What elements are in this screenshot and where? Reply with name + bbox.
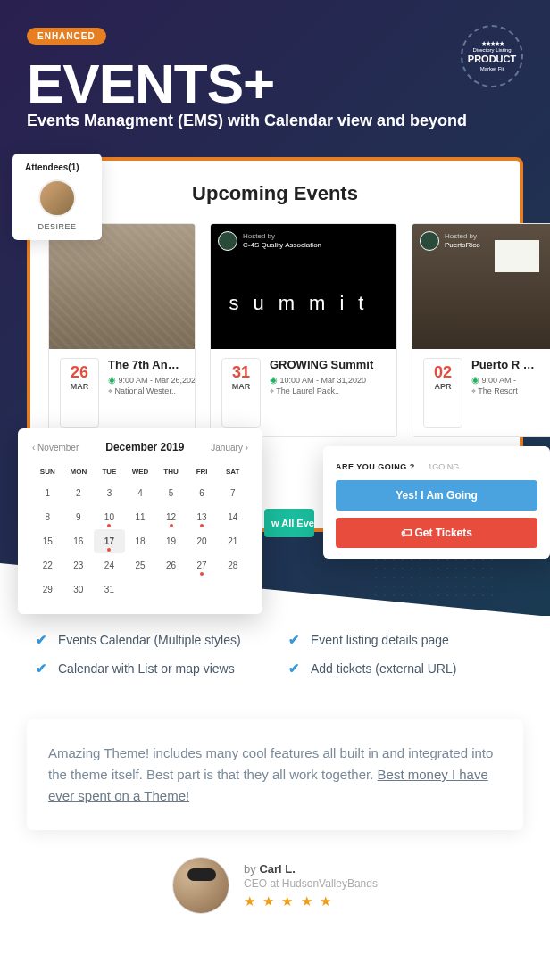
calendar-day[interactable]: 23: [63, 553, 95, 577]
check-icon: ✔: [36, 632, 47, 648]
calendar-prev-button[interactable]: ‹ November: [32, 443, 79, 453]
calendar-day[interactable]: 25: [125, 553, 156, 577]
event-card[interactable]: Hosted bypany 26 MAR The 7th Annual... ◉…: [48, 223, 196, 437]
author-name: Carl L.: [259, 862, 295, 876]
event-time: ◉ 9:00 AM -: [471, 375, 543, 385]
calendar-day[interactable]: 26: [155, 553, 187, 577]
author-role: CEO at HudsonValleyBands: [244, 877, 378, 890]
testimonial-author: by Carl L. CEO at HudsonValleyBands ★ ★ …: [0, 857, 550, 914]
calendar-widget: ‹ November December 2019 January › SUNMO…: [18, 428, 262, 614]
calendar-next-button[interactable]: January ›: [211, 443, 248, 453]
calendar-day[interactable]: 11: [125, 505, 156, 529]
calendar-day[interactable]: 7: [217, 481, 248, 505]
calendar-day[interactable]: 20: [187, 529, 218, 553]
calendar-day[interactable]: 29: [32, 577, 63, 602]
calendar-day[interactable]: 1: [32, 481, 63, 505]
feature-item: ✔Events Calendar (Multiple styles): [36, 632, 262, 648]
event-location: ⌖ The Resort: [471, 386, 543, 396]
clock-icon: ◉: [108, 375, 116, 385]
calendar-day[interactable]: 28: [217, 553, 248, 577]
host-bar: Hosted byC-4S Quality Association: [211, 224, 396, 258]
event-title: Puerto R MedCan: [471, 358, 543, 371]
going-button[interactable]: Yes! I Am Going: [336, 480, 538, 511]
attendees-title: Attendees(1): [25, 162, 89, 172]
calendar-month: December 2019: [105, 441, 184, 453]
calendar-dow: TUE: [94, 462, 125, 481]
star-rating: ★ ★ ★ ★ ★: [244, 893, 378, 909]
calendar-day[interactable]: 10: [94, 505, 125, 529]
calendar-day[interactable]: 12: [155, 505, 187, 529]
event-image: Hosted byC-4S Quality Association summit: [211, 224, 396, 349]
attendee-name: DESIREE: [25, 222, 89, 231]
author-avatar: [172, 857, 229, 914]
ticket-icon: 🏷: [401, 527, 414, 539]
calendar-day[interactable]: 8: [32, 505, 63, 529]
calendar-day[interactable]: 4: [125, 481, 156, 505]
clock-icon: ◉: [270, 375, 278, 385]
check-icon: ✔: [288, 660, 300, 677]
calendar-day[interactable]: 9: [63, 505, 95, 529]
calendar-day[interactable]: 24: [94, 553, 125, 577]
calendar-day[interactable]: 19: [155, 529, 187, 553]
rsvp-question: ARE YOU GOING ?: [336, 462, 415, 471]
calendar-day[interactable]: 14: [217, 505, 248, 529]
check-icon: ✔: [36, 660, 47, 677]
testimonial-card: Amazing Theme! includes many cool featur…: [27, 719, 523, 830]
check-icon: ✔: [288, 632, 300, 648]
event-cards-row: Hosted bypany 26 MAR The 7th Annual... ◉…: [48, 223, 502, 437]
event-date: 31 MAR: [221, 358, 261, 428]
calendar-day[interactable]: 2: [63, 481, 95, 505]
calendar-day[interactable]: 13: [187, 505, 218, 529]
calendar-dow: FRI: [187, 462, 218, 481]
feature-item: ✔Calendar with List or map views: [36, 660, 262, 677]
event-time: ◉ 10:00 AM - Mar 31,2020: [270, 375, 386, 385]
calendar-dow: THU: [155, 462, 187, 481]
pin-icon: ⌖: [270, 386, 274, 395]
calendar-day[interactable]: 31: [94, 577, 125, 602]
event-card[interactable]: Hosted byPuertoRico 02 APR Puerto R MedC…: [412, 223, 550, 437]
rsvp-card: ARE YOU GOING ? 1GOING Yes! I Am Going 🏷…: [323, 446, 550, 559]
view-all-events-button[interactable]: w All Eve: [264, 509, 314, 537]
event-time: ◉ 9:00 AM - Mar 26,2020: [108, 375, 184, 385]
calendar-dow: MON: [63, 462, 95, 481]
calendar-day[interactable]: 30: [63, 577, 95, 602]
calendar-day[interactable]: 17: [94, 529, 125, 553]
event-location: ⌖ The Laurel Pack..: [270, 386, 386, 396]
event-card[interactable]: Hosted byC-4S Quality Association summit…: [210, 223, 397, 437]
host-logo-icon: [420, 231, 439, 251]
calendar-dow: WED: [125, 462, 156, 481]
clock-icon: ◉: [471, 375, 479, 385]
attendees-card: Attendees(1) DESIREE: [12, 154, 102, 240]
calendar-day[interactable]: 18: [125, 529, 156, 553]
calendar-day[interactable]: 6: [187, 481, 218, 505]
calendar-dow: SAT: [217, 462, 248, 481]
product-seal: ★★★★★ Directory Listing PRODUCT Market F…: [461, 25, 523, 87]
summit-logo: summit: [211, 258, 396, 349]
event-title: GROWING Summit: [270, 358, 386, 371]
calendar-day[interactable]: 27: [187, 553, 218, 577]
event-title: The 7th Annual...: [108, 358, 184, 371]
event-location: ⌖ National Wester..: [108, 386, 184, 396]
calendar-day[interactable]: 22: [32, 553, 63, 577]
calendar-day[interactable]: 15: [32, 529, 63, 553]
event-image: Hosted bypany: [49, 224, 195, 349]
calendar-day[interactable]: 5: [155, 481, 187, 505]
calendar-dow: SUN: [32, 462, 63, 481]
get-tickets-button[interactable]: 🏷 Get Tickets: [336, 518, 538, 548]
calendar-day[interactable]: 3: [94, 481, 125, 505]
attendee-avatar[interactable]: [38, 179, 76, 217]
pin-icon: ⌖: [108, 386, 112, 395]
feature-item: ✔Add tickets (external URL): [288, 660, 514, 677]
event-date: 02 APR: [423, 358, 462, 428]
event-image: Hosted byPuertoRico: [412, 224, 550, 349]
host-bar: Hosted byPuertoRico: [412, 224, 550, 258]
event-date: 26 MAR: [60, 358, 99, 428]
page-title: EVENTS+: [27, 52, 523, 115]
upcoming-events-heading: Upcoming Events: [48, 182, 502, 205]
host-logo-icon: [218, 231, 238, 251]
feature-item: ✔Event listing details page: [288, 632, 514, 648]
features-list: ✔Events Calendar (Multiple styles) ✔Even…: [0, 616, 550, 693]
calendar-day[interactable]: 21: [217, 529, 248, 553]
pin-icon: ⌖: [471, 386, 476, 395]
calendar-day[interactable]: 16: [63, 529, 95, 553]
